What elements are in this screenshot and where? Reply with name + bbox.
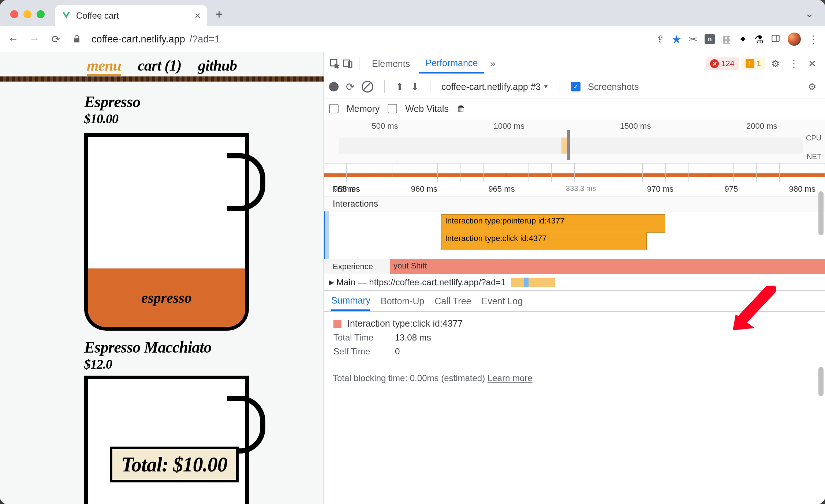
screenshot-filmstrip[interactable]	[324, 163, 825, 182]
product-price-2: $12.0	[84, 357, 324, 372]
back-button[interactable]: ←	[7, 33, 20, 46]
capture-settings-icon[interactable]: ⚙	[804, 81, 820, 93]
summary-swatch	[333, 320, 341, 328]
url-path: /?ad=1	[190, 34, 220, 45]
devtools-scrollbar[interactable]	[818, 191, 824, 235]
console-warnings-badge[interactable]: !1	[741, 57, 765, 70]
experience-track[interactable]: Experience yout Shift	[324, 259, 825, 274]
timeline-ruler[interactable]: Frames 955 ms 960 ms 965 ms 333.3 ms 970…	[324, 182, 825, 196]
learn-more-link[interactable]: Learn more	[488, 373, 533, 383]
browser-menu-icon[interactable]: ⋮	[808, 33, 818, 45]
profile-selector[interactable]: coffee-cart.netlify.app #3 ▼	[441, 82, 549, 92]
ruler-frames: Frames	[333, 184, 360, 194]
expand-triangle-icon[interactable]: ▶	[329, 278, 334, 286]
tab-performance[interactable]: Performance	[419, 54, 484, 74]
vue-favicon	[61, 11, 71, 20]
secure-lock-icon[interactable]	[70, 33, 83, 46]
ruler-tick: 965 ms	[488, 184, 515, 194]
devtools-close-icon[interactable]: ✕	[805, 58, 820, 69]
subtab-summary[interactable]: Summary	[331, 292, 370, 311]
nav-github[interactable]: github	[198, 57, 237, 74]
record-button[interactable]	[329, 82, 339, 91]
sidepanel-icon[interactable]	[771, 34, 780, 45]
minimize-window-button[interactable]	[23, 10, 31, 18]
nav-cart[interactable]: cart (1)	[138, 57, 181, 74]
interaction-bar-pointerup[interactable]: Interaction type:pointerup id:4377	[441, 214, 665, 233]
devtools-scrollbar-2[interactable]	[818, 367, 824, 396]
more-tabs-icon[interactable]: »	[486, 58, 499, 69]
cut-icon[interactable]: ✂	[689, 33, 697, 45]
new-tab-button[interactable]: +	[207, 7, 231, 26]
gc-trash-icon[interactable]: 🗑	[457, 104, 466, 114]
interaction-bar-click[interactable]: Interaction type:click id:4377	[441, 232, 647, 250]
cpu-label: CPU	[806, 134, 821, 142]
screenshots-label: Screenshots	[588, 82, 639, 92]
overview-selection-handle[interactable]	[567, 130, 570, 160]
traffic-lights	[0, 10, 55, 26]
subtab-bottomup[interactable]: Bottom-Up	[381, 292, 424, 310]
site-nav: menu cart (1) github	[0, 52, 324, 76]
tab-elements[interactable]: Elements	[365, 55, 417, 73]
share-icon[interactable]: ⇪	[656, 34, 664, 45]
product-price: $10.00	[84, 111, 324, 127]
nav-menu[interactable]: menu	[87, 57, 121, 76]
url-text[interactable]: coffee-cart.netlify.app/?ad=1	[92, 34, 648, 45]
save-profile-icon[interactable]: ⬇	[411, 81, 419, 93]
zoom-window-button[interactable]	[37, 10, 45, 18]
profile-avatar[interactable]	[788, 33, 801, 46]
webvitals-checkbox[interactable]	[388, 104, 397, 113]
ext-notion-icon[interactable]: n	[705, 34, 715, 44]
console-errors-badge[interactable]: ✕124	[706, 57, 739, 70]
tab-overflow-button[interactable]: ⌄	[794, 7, 825, 26]
subtab-calltree[interactable]: Call Tree	[434, 292, 471, 310]
perf-overview[interactable]: 500 ms 1000 ms 1500 ms 2000 ms CPUNET	[324, 119, 825, 163]
net-label: NET	[806, 153, 821, 161]
url-host: coffee-cart.netlify.app	[92, 34, 185, 45]
main-minimap	[511, 278, 555, 287]
annotation-arrow-icon	[731, 286, 782, 333]
selection-edge[interactable]	[324, 211, 329, 259]
devtools-menu-icon[interactable]: ⋮	[785, 58, 802, 69]
cup-graphic[interactable]: espresso	[84, 133, 264, 323]
tabstrip: Coffee cart × + ⌄	[0, 0, 825, 26]
bookmark-star-icon[interactable]: ★	[672, 33, 682, 46]
devtools-settings-icon[interactable]: ⚙	[768, 58, 783, 69]
close-tab-icon[interactable]: ×	[195, 10, 201, 22]
ext-grid-icon[interactable]: ▦	[722, 34, 731, 45]
layout-shift-bar[interactable]: yout Shift	[390, 259, 825, 274]
devtools-panel: Elements Performance » ✕124 !1 ⚙ ⋮ ✕ ⟳ ⬆…	[324, 52, 825, 504]
device-toggle-icon[interactable]	[342, 58, 353, 69]
summary-footer: Total blocking time: 0.00ms (estimated) …	[324, 367, 825, 389]
load-profile-icon[interactable]: ⬆	[396, 81, 404, 93]
cup-graphic-2[interactable]	[84, 376, 264, 412]
perf-toolbar-2: Memory Web Vitals 🗑	[324, 98, 825, 119]
memory-checkbox[interactable]	[329, 104, 339, 113]
experience-label: Experience	[333, 262, 373, 271]
summary-title: Interaction type:click id:4377	[347, 318, 463, 329]
blocking-time-text: Total blocking time: 0.00ms (estimated)	[333, 373, 485, 383]
reload-button[interactable]: ⟳	[49, 33, 62, 46]
product-espresso: Espresso $10.00	[0, 82, 324, 127]
inspect-element-icon[interactable]	[329, 58, 340, 69]
screenshots-checkbox[interactable]: ✓	[571, 82, 581, 91]
clear-button[interactable]	[362, 81, 373, 93]
product-name-2: Espresso Macchiato	[84, 338, 324, 357]
svg-rect-1	[772, 35, 779, 41]
webvitals-label: Web Vitals	[405, 104, 449, 114]
labs-icon[interactable]: ⚗	[754, 33, 764, 45]
address-bar: ← → ⟳ coffee-cart.netlify.app/?ad=1 ⇪ ★ …	[0, 26, 825, 52]
totaltime-val: 13.08 ms	[395, 332, 431, 343]
extensions-icon[interactable]: ✦	[739, 33, 747, 45]
totaltime-key: Total Time	[333, 332, 385, 343]
interactions-track[interactable]: Interaction type:pointerup id:4377 Inter…	[324, 211, 825, 259]
cart-total-overlay[interactable]: Total: $10.00	[110, 447, 239, 482]
ov-tick: 500 ms	[372, 121, 398, 131]
reload-record-button[interactable]: ⟳	[346, 81, 354, 93]
browser-tab[interactable]: Coffee cart ×	[55, 5, 207, 26]
close-window-button[interactable]	[10, 10, 18, 18]
interactions-track-label[interactable]: Interactions	[324, 196, 825, 211]
ruler-tick: 970 ms	[647, 184, 673, 194]
forward-button[interactable]: →	[28, 33, 41, 46]
subtab-eventlog[interactable]: Event Log	[482, 292, 523, 310]
webpage-viewport: menu cart (1) github Espresso $10.00 esp…	[0, 52, 324, 504]
